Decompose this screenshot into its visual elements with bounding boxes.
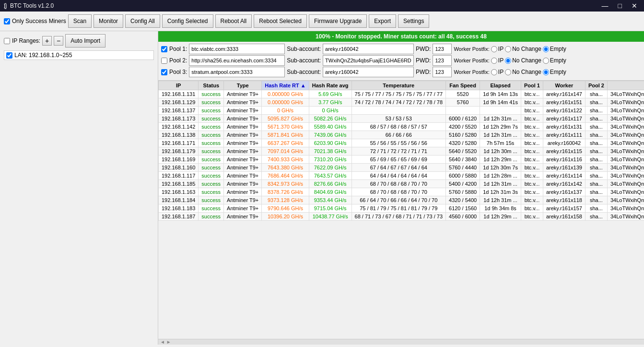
pool1-subaccount-label: Sub-account:: [287, 46, 321, 52]
col-pool2[interactable]: Pool 2: [585, 81, 607, 90]
table-row[interactable]: 192.168.1.187successAntminer T9+10396.20…: [159, 213, 644, 221]
col-worker[interactable]: Worker: [543, 81, 585, 90]
table-cell: 5160 / 5280: [446, 131, 480, 139]
table-cell: areky.r161x157: [543, 204, 585, 213]
pool3-nochange-radio[interactable]: [505, 69, 511, 75]
table-cell: btc.v...: [521, 98, 543, 107]
table-row[interactable]: 192.168.1.160successAntminer T9+7643.380…: [159, 164, 644, 172]
minimize-button[interactable]: —: [599, 2, 611, 10]
table-cell: btc.v...: [521, 139, 543, 147]
table-cell: 66 / 64 / 70 / 66 / 66 / 64 / 70 / 70: [351, 196, 445, 204]
pool1-pwd-input[interactable]: [433, 44, 452, 54]
pool2-checkbox[interactable]: [161, 58, 167, 64]
pool3-pwd-input[interactable]: [433, 67, 452, 77]
table-cell: Antminer T9+: [224, 90, 262, 98]
pool2-nochange-radio[interactable]: [505, 58, 511, 64]
table-row[interactable]: 192.168.1.138successAntminer T9+5871.841…: [159, 131, 644, 139]
table-cell: 10438.77 GH/s: [309, 213, 351, 221]
table-row[interactable]: 192.168.1.171successAntminer T9+6637.267…: [159, 139, 644, 147]
col-elapsed[interactable]: Elapsed: [480, 81, 521, 90]
auto-import-button[interactable]: Auto Import: [65, 34, 105, 48]
col-worker2[interactable]: Worker: [607, 81, 644, 90]
table-row[interactable]: 192.168.1.163successAntminer T9+8378.726…: [159, 188, 644, 196]
lan-checkbox[interactable]: [6, 52, 12, 59]
pool3-ip-radio[interactable]: [491, 69, 497, 75]
table-cell: success: [199, 204, 224, 213]
table-cell: 4200 / 5520: [446, 123, 480, 131]
table-cell: sha...: [585, 131, 607, 139]
pool3-checkbox[interactable]: [161, 69, 167, 75]
table-row[interactable]: 192.168.1.183successAntminer T9+9790.646…: [159, 204, 644, 213]
pool2-subaccount-input[interactable]: [323, 55, 414, 66]
remove-ip-range-button[interactable]: −: [54, 36, 63, 46]
table-cell: 192.168.1.185: [159, 180, 199, 188]
table-cell: success: [199, 213, 224, 221]
table-cell: 192.168.1.137: [159, 107, 199, 115]
pool3-empty-radio[interactable]: [543, 69, 549, 75]
pool1-ip-radio[interactable]: [491, 46, 497, 52]
pool2-empty-radio[interactable]: [543, 58, 549, 64]
monitor-button[interactable]: Monitor: [94, 14, 123, 28]
pool1-checkbox[interactable]: [161, 46, 167, 52]
col-status[interactable]: Status: [199, 81, 224, 90]
settings-button[interactable]: Settings: [398, 14, 429, 28]
scan-button[interactable]: Scan: [68, 14, 92, 28]
table-cell: 34LoTWxihQnZ2tu4qbsFuajE1GHAE6RD19.r16-4…: [607, 139, 644, 147]
col-pool1[interactable]: Pool 1: [521, 81, 543, 90]
add-ip-range-button[interactable]: +: [42, 36, 52, 46]
table-cell: 1d 12h 29m 7s: [480, 123, 521, 131]
export-button[interactable]: Export: [369, 14, 396, 28]
table-cell: sha...: [585, 172, 607, 180]
table-row[interactable]: 192.168.1.129successAntminer T9+0.000000…: [159, 98, 644, 107]
close-button[interactable]: ✕: [629, 2, 640, 10]
table-cell: 8342.973 GH/s: [262, 180, 309, 188]
col-fan-speed[interactable]: Fan Speed: [446, 81, 480, 90]
table-cell: success: [199, 188, 224, 196]
col-ip[interactable]: IP: [159, 81, 199, 90]
col-temperature[interactable]: Temperature: [351, 81, 445, 90]
table-cell: btc.v...: [521, 115, 543, 123]
table-row[interactable]: 192.168.1.142successAntminer T9+5671.370…: [159, 123, 644, 131]
config-all-button[interactable]: Config All: [125, 14, 160, 28]
table-row[interactable]: 192.168.1.169successAntminer T9+7400.933…: [159, 156, 644, 164]
pool2-url-input[interactable]: [189, 55, 285, 66]
table-row[interactable]: 192.168.1.184successAntminer T9+9373.128…: [159, 196, 644, 204]
pool3-url-input[interactable]: [189, 67, 285, 77]
table-cell: [351, 107, 445, 115]
reboot-selected-button[interactable]: Reboot Selected: [254, 14, 307, 28]
table-row[interactable]: 192.168.1.131successAntminer T9+0.000000…: [159, 90, 644, 98]
table-cell: 1d 12h 29m ...: [480, 156, 521, 164]
col-hash-rate-avg[interactable]: Hash Rate avg: [309, 81, 351, 90]
table-row[interactable]: 192.168.1.173successAntminer T9+5095.827…: [159, 115, 644, 123]
table-cell: 74 / 72 / 78 / 74 / 74 / 72 / 72 / 78 / …: [351, 98, 445, 107]
pool2-pwd-input[interactable]: [433, 55, 452, 66]
horizontal-scrollbar[interactable]: ◄ ►: [158, 339, 644, 345]
pool1-nochange-radio[interactable]: [505, 46, 511, 52]
pool1-empty-radio[interactable]: [543, 46, 549, 52]
table-cell: Antminer T9+: [224, 213, 262, 221]
table-cell: sha...: [585, 204, 607, 213]
pool1-url-input[interactable]: [189, 44, 285, 54]
table-row[interactable]: 192.168.1.137successAntminer T9+0 GH/s0 …: [159, 107, 644, 115]
table-cell: 7h 57m 15s: [480, 139, 521, 147]
pool1-empty-label: Empty: [543, 46, 566, 52]
table-cell: 192.168.1.160: [159, 164, 199, 172]
reboot-all-button[interactable]: Reboot All: [215, 14, 252, 28]
only-success-miners-checkbox[interactable]: [4, 18, 10, 24]
maximize-button[interactable]: □: [615, 2, 625, 10]
firmware-upgrade-button[interactable]: Firmware Upgrade: [309, 14, 367, 28]
col-type[interactable]: Type: [224, 81, 262, 90]
col-hash-rate-rt[interactable]: Hash Rate RT ▲: [262, 81, 309, 90]
table-row[interactable]: 192.168.1.179successAntminer T9+7097.014…: [159, 147, 644, 156]
table-cell: 192.168.1.163: [159, 188, 199, 196]
pool1-subaccount-input[interactable]: [323, 44, 414, 54]
config-selected-button[interactable]: Config Selected: [162, 14, 213, 28]
ip-ranges-checkbox[interactable]: [4, 38, 10, 44]
pool2-ip-radio[interactable]: [491, 58, 497, 64]
pool3-subaccount-input[interactable]: [323, 67, 414, 77]
table-row[interactable]: 192.168.1.117successAntminer T9+7686.464…: [159, 172, 644, 180]
table-cell: 5760: [446, 98, 480, 107]
table-row[interactable]: 192.168.1.185successAntminer T9+8342.973…: [159, 180, 644, 188]
left-panel: IP Ranges: + − Auto Import LAN: 192.168.…: [0, 31, 158, 345]
table-cell: btc.v...: [521, 107, 543, 115]
